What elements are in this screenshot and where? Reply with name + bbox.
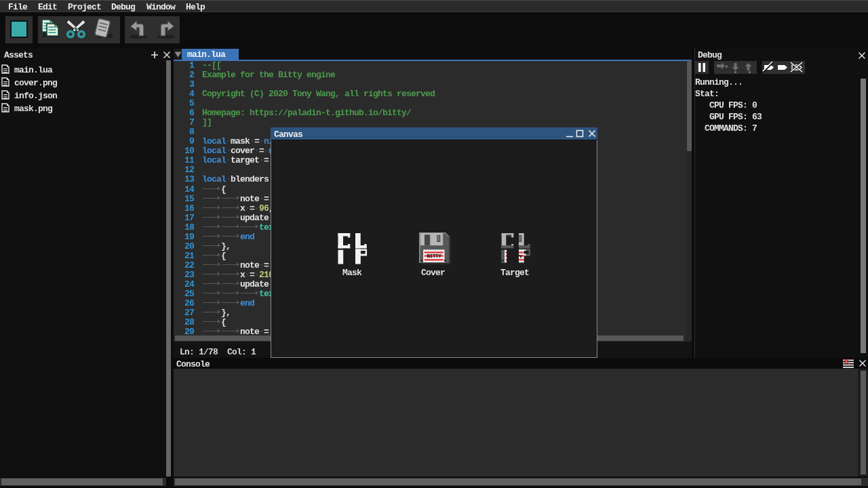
svg-text:BITTY: BITTY <box>508 254 523 260</box>
